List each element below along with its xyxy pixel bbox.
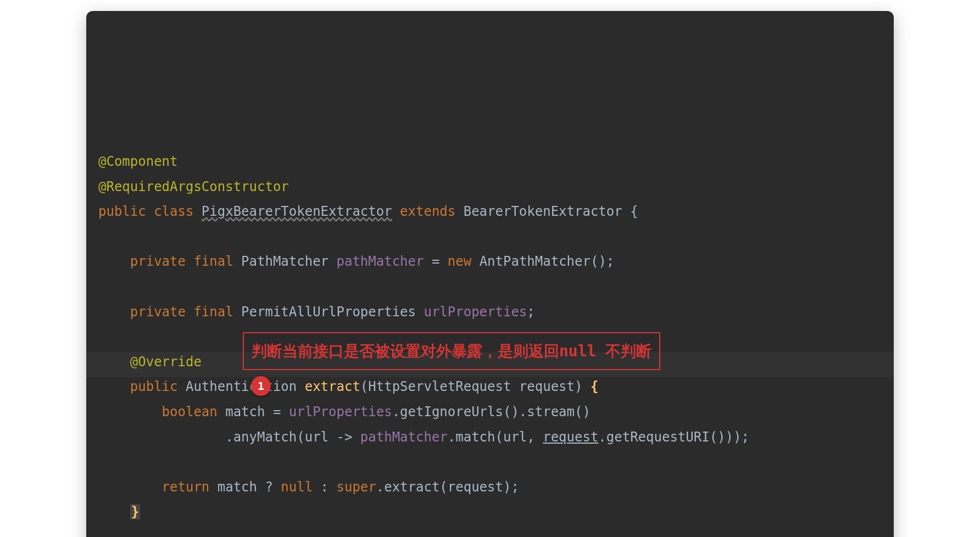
annotation-badge: 1: [251, 376, 271, 396]
class-name: PigxBearerTokenExtractor: [202, 204, 392, 219]
field-pathmatcher: pathMatcher: [337, 254, 424, 269]
annotation-callout-text: 判断当前接口是否被设置对外暴露，是则返回null 不判断: [252, 342, 652, 360]
annotation-component: @Component: [98, 154, 178, 169]
method-extract: extract: [305, 379, 360, 394]
annotation-badge-number: 1: [258, 376, 264, 396]
code-editor: @Component @RequiredArgsConstructor publ…: [86, 11, 894, 537]
field-urlproperties: urlProperties: [424, 304, 527, 320]
method-close-brace: }: [130, 504, 140, 519]
annotation-callout: 判断当前接口是否被设置对外暴露，是则返回null 不判断: [243, 332, 660, 370]
annotation-override: @Override: [130, 354, 202, 370]
code-viewport[interactable]: @Component @RequiredArgsConstructor publ…: [86, 11, 894, 537]
annotation-required-args: @RequiredArgsConstructor: [98, 179, 289, 194]
